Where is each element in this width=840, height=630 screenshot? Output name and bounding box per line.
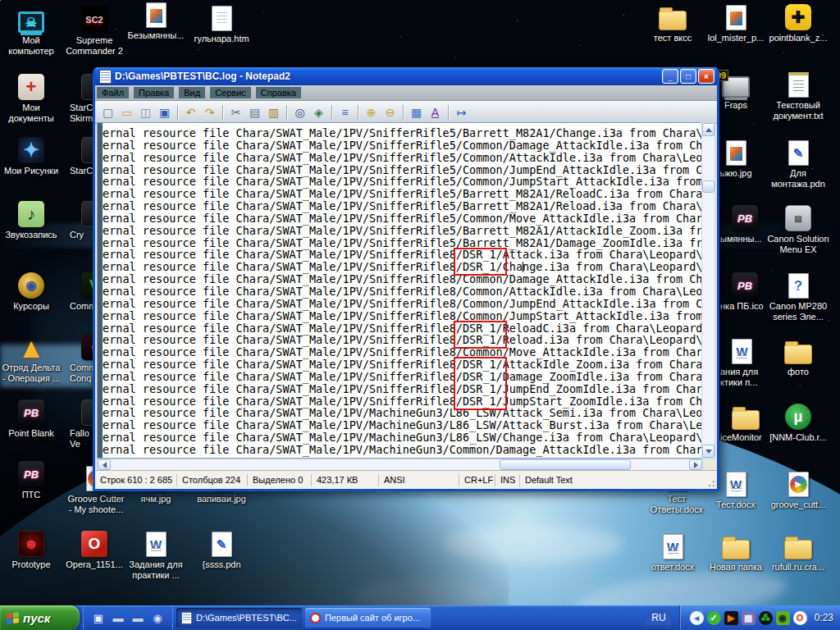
- menu-item[interactable]: Файл: [97, 87, 129, 98]
- menu-item[interactable]: Вид: [179, 87, 205, 98]
- notepad2-window: D:\Games\PBTEST\BC.log - Notepad2 _ □ × …: [93, 67, 719, 491]
- font-icon[interactable]: A: [426, 103, 445, 121]
- word-icon: W: [732, 339, 752, 364]
- nvidia-tray-icon[interactable]: ◉: [776, 611, 790, 625]
- desktop-icon[interactable]: SC2Supreme Commander 2: [63, 5, 126, 57]
- pb-icon: PB: [18, 399, 44, 426]
- copy-icon[interactable]: ▤: [245, 103, 264, 121]
- menu-item[interactable]: Правка: [134, 87, 174, 98]
- window-titlebar[interactable]: D:\Games\PBTEST\BC.log - Notepad2 _ □ ×: [95, 67, 717, 85]
- desktop-icon[interactable]: Текстовый документ.txt: [767, 70, 829, 121]
- word-wrap-icon[interactable]: ≡: [336, 103, 354, 121]
- desktop-icon[interactable]: µ[NNM-Club.r...: [767, 402, 829, 443]
- desktop-icon[interactable]: ♪Звукозапись: [0, 199, 62, 240]
- vertical-scroll-thumb[interactable]: [702, 180, 714, 193]
- vertical-scrollbar[interactable]: [701, 122, 715, 459]
- menu-item[interactable]: Справка: [256, 87, 301, 98]
- scroll-left-button[interactable]: [98, 459, 111, 470]
- new-file-icon[interactable]: ▢: [98, 103, 117, 121]
- desktop-icon[interactable]: lol_mister_p...: [705, 2, 767, 43]
- task-button[interactable]: Первый сайт об игро...: [305, 608, 431, 628]
- desktop-icon[interactable]: ◉Курсоры: [0, 271, 62, 312]
- desktop-icon[interactable]: ✎Для монтажа.pdn: [767, 138, 829, 189]
- pbz-icon: ✚: [785, 4, 811, 30]
- start-label: пуск: [23, 611, 50, 625]
- hide-tray-icons-button[interactable]: ◂: [690, 611, 704, 625]
- close-button[interactable]: ×: [698, 69, 714, 84]
- desktop-icon[interactable]: Новая папка: [705, 532, 767, 573]
- desktop-icon-label: Мои Рисунки: [0, 166, 62, 176]
- status-scheme: Default Text: [520, 474, 717, 486]
- desktop-icon-label: Canon MP280 series Эле...: [767, 301, 829, 322]
- exit-icon[interactable]: ↦: [452, 103, 471, 121]
- desktop-icon-label: вапиваи.jpg: [190, 494, 253, 504]
- language-indicator[interactable]: RU: [646, 610, 670, 625]
- paste-icon[interactable]: ▥: [264, 103, 283, 121]
- task-button[interactable]: D:\Games\PBTEST\BC...: [176, 608, 302, 628]
- desktop-icon-label: pointblank_z...: [767, 33, 829, 43]
- desktop-icon[interactable]: Безымянны...: [125, 0, 187, 41]
- find-icon[interactable]: ◎: [290, 103, 309, 121]
- device-icon[interactable]: ▬: [111, 610, 126, 625]
- undo-icon[interactable]: ↶: [181, 103, 200, 121]
- quick-launch-bar: ▣▬▬◉: [83, 605, 173, 630]
- operacube-icon: O: [81, 531, 107, 557]
- toolbar: ▢▭◫▣↶↷✂▤▥◎◈≡⊕⊖▦A↦: [95, 101, 717, 124]
- desktop-icon[interactable]: фото: [767, 336, 829, 377]
- desktop-icon[interactable]: ☠Мой компьютер: [0, 5, 62, 57]
- desktop-icon[interactable]: WЗадания для практики ...: [125, 529, 187, 581]
- desktop-icon[interactable]: PBПТС: [0, 459, 62, 500]
- redo-icon[interactable]: ↷: [200, 103, 219, 121]
- opera-tray-icon[interactable]: O: [793, 611, 807, 625]
- delta-icon: ▲: [17, 336, 45, 360]
- start-button[interactable]: пуск: [0, 605, 80, 630]
- desktop-icon[interactable]: тест вксс: [641, 2, 704, 43]
- search-document-icon[interactable]: ◫: [136, 103, 155, 121]
- text-caret: [523, 262, 523, 272]
- desktop-icon[interactable]: ▤Canon Solution Menu EX: [767, 203, 829, 255]
- show-desktop-icon[interactable]: ▣: [91, 610, 106, 625]
- desktop-icon[interactable]: ?Canon MP280 series Эле...: [767, 271, 829, 322]
- desktop-icon-label: rufull.ru.cra...: [767, 562, 829, 573]
- zoom-out-icon[interactable]: ⊖: [381, 103, 399, 121]
- desktop-icon-label: Groove Cutter - My shoote...: [65, 494, 127, 515]
- fraps-tray-icon[interactable]: ▶: [724, 611, 738, 625]
- network-tray-icon[interactable]: ▦: [742, 611, 756, 625]
- desktop-icon[interactable]: ▲Отряд Дельта - Операция ...: [0, 332, 62, 384]
- desktop-icon[interactable]: гульнара.htm: [190, 3, 253, 44]
- menu-item[interactable]: Сервис: [210, 87, 251, 98]
- desktop-icon[interactable]: ✎{ssss.pdn: [190, 529, 253, 570]
- desktop-icon[interactable]: +Мои документы: [0, 72, 62, 124]
- view-schemes-icon[interactable]: ▦: [407, 103, 426, 121]
- desktop-icon[interactable]: OOpera_1151...: [63, 529, 126, 570]
- device-icon-2[interactable]: ▬: [130, 610, 145, 625]
- desktop-icon[interactable]: rufull.ru.cra...: [767, 532, 829, 573]
- razer-tray-icon[interactable]: ⁂: [759, 611, 773, 625]
- desktop-icon[interactable]: ☻Prototype: [0, 529, 62, 570]
- desktop-icon[interactable]: Wответ.docx: [641, 532, 704, 573]
- cut-icon[interactable]: ✂: [226, 103, 245, 121]
- scroll-down-button[interactable]: [702, 445, 714, 458]
- desktop-icon[interactable]: PBPoint Blank: [0, 398, 62, 439]
- pb-icon: PB: [732, 205, 758, 231]
- minimize-button[interactable]: _: [662, 69, 678, 84]
- open-file-icon[interactable]: ▭: [117, 103, 136, 121]
- desktop-icon[interactable]: ✦Мои Рисунки: [0, 135, 62, 176]
- scroll-right-button[interactable]: [689, 459, 702, 470]
- save-icon[interactable]: ▣: [155, 103, 174, 121]
- desktop-icon[interactable]: ▶groove_cutt...: [767, 469, 829, 510]
- horizontal-scrollbar[interactable]: [97, 459, 703, 471]
- disc-burner-icon[interactable]: ◉: [150, 610, 165, 625]
- toolbar-separator: [448, 105, 449, 120]
- log-text-area[interactable]: ernal resource file Chara/SWAT_Male/1PV/…: [97, 122, 703, 459]
- scroll-up-button[interactable]: [702, 123, 714, 136]
- checkmark-tray-icon[interactable]: ✓: [707, 611, 721, 625]
- zoom-in-icon[interactable]: ⊕: [362, 103, 381, 121]
- resize-grip[interactable]: [705, 477, 716, 488]
- replace-icon[interactable]: ◈: [309, 103, 328, 121]
- horizontal-scroll-thumb[interactable]: [500, 459, 631, 470]
- desktop-icon[interactable]: ✚pointblank_z...: [767, 2, 829, 43]
- maximize-button[interactable]: □: [680, 69, 696, 84]
- desktop-icon-label: гульнара.htm: [190, 34, 253, 44]
- desktop-icon-label: lol_mister_p...: [705, 33, 767, 43]
